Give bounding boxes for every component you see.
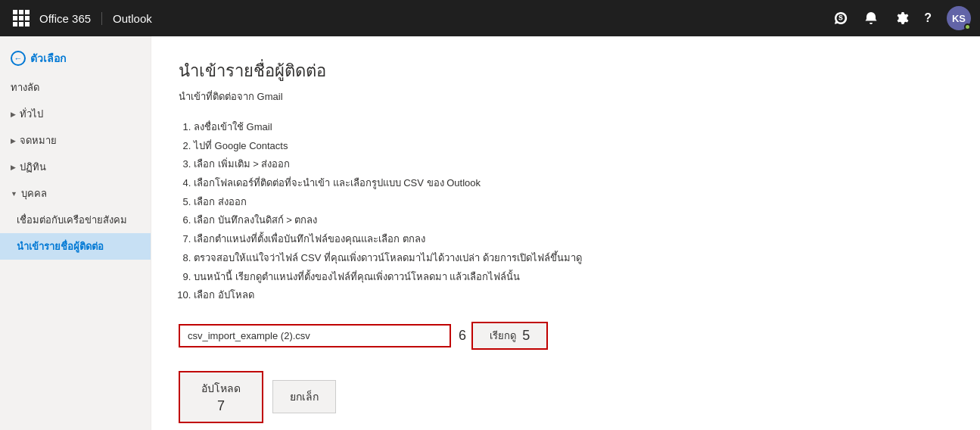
skype-icon[interactable] [833,11,848,26]
topnav-icon-group: ? KS [833,6,971,30]
app-layout: ← ตัวเลือก ทางลัด ทั่วไป จดหมาย ปฏิทิน บ… [0,36,980,430]
upload-button[interactable]: อัปโหลด 7 [179,371,263,423]
sidebar-item-import-contacts[interactable]: นำเข้ารายชื่อผู้ติดต่อ [0,233,151,260]
file-input-row: 6 เรียกดู 5 [179,322,953,350]
app-name: Outlook [113,12,152,25]
instruction-item-4: เลือกโฟลเดอร์ที่ติดต่อที่จะนำเข้า และเลื… [194,174,953,193]
sidebar-item-people[interactable]: บุคคล [0,180,151,207]
instruction-item-6: เลือก บันทึกลงในดิสก์ > ตกลง [194,211,953,230]
step6-badge: 6 [459,328,466,344]
instruction-item-1: ลงชื่อเข้าใช้ Gmail [194,118,953,137]
instruction-item-10: เลือก อัปโหลด [194,286,953,305]
settings-icon[interactable] [894,11,909,26]
browse-button[interactable]: เรียกดู 5 [471,322,548,350]
instruction-item-3: เลือก เพิ่มเติม > ส่งออก [194,155,953,174]
cancel-button[interactable]: ยกเล็ก [272,380,336,413]
page-title: นำเข้ารายชื่อผู้ติดต่อ [179,58,953,84]
instruction-item-8: ตรวจสอบให้แน่ใจว่าไฟล์ CSV ที่คุณเพิ่งดา… [194,249,953,268]
sidebar-back-button[interactable]: ← ตัวเลือก [0,44,151,73]
instructions-list: ลงชื่อเข้าใช้ Gmailไปที่ Google Contacts… [194,118,953,305]
user-avatar[interactable]: KS [947,6,971,30]
instruction-item-5: เลือก ส่งออก [194,193,953,212]
waffle-icon [13,10,30,26]
sidebar-nav: ทางลัด ทั่วไป จดหมาย ปฏิทิน บุคคล เชื่อม… [0,74,151,260]
instruction-item-2: ไปที่ Google Contacts [194,137,953,156]
sidebar-item-shortcuts[interactable]: ทางลัด [0,74,151,101]
instruction-item-7: เลือกตำแหน่งที่ตั้งเพื่อบันทึกไฟล์ของคุณ… [194,230,953,249]
sidebar-item-connect-social[interactable]: เชื่อมต่อกับเครือข่ายสังคม [0,207,151,233]
waffle-menu-button[interactable] [9,6,33,30]
bell-icon[interactable] [863,11,879,26]
action-buttons-row: อัปโหลด 7 ยกเล็ก [179,371,953,423]
office365-title: Office 365 [39,12,102,25]
sidebar-item-general[interactable]: ทั่วไป [0,101,151,127]
file-path-input[interactable] [179,324,451,347]
instruction-item-9: บนหน้านี้ เรียกดูตำแหน่งที่ตั้งของไฟล์ที… [194,268,953,287]
top-navigation: Office 365 Outlook ? KS [0,0,980,36]
main-content: นำเข้ารายชื่อผู้ติดต่อ นำเข้าที่ติดต่อจา… [151,36,980,430]
back-circle-icon: ← [11,51,26,66]
page-subtitle: นำเข้าที่ติดต่อจาก Gmail [179,89,953,104]
help-icon[interactable]: ? [924,11,932,25]
sidebar-item-mail[interactable]: จดหมาย [0,127,151,154]
online-status-dot [964,23,971,30]
sidebar: ← ตัวเลือก ทางลัด ทั่วไป จดหมาย ปฏิทิน บ… [0,36,151,430]
sidebar-item-calendar[interactable]: ปฏิทิน [0,154,151,180]
